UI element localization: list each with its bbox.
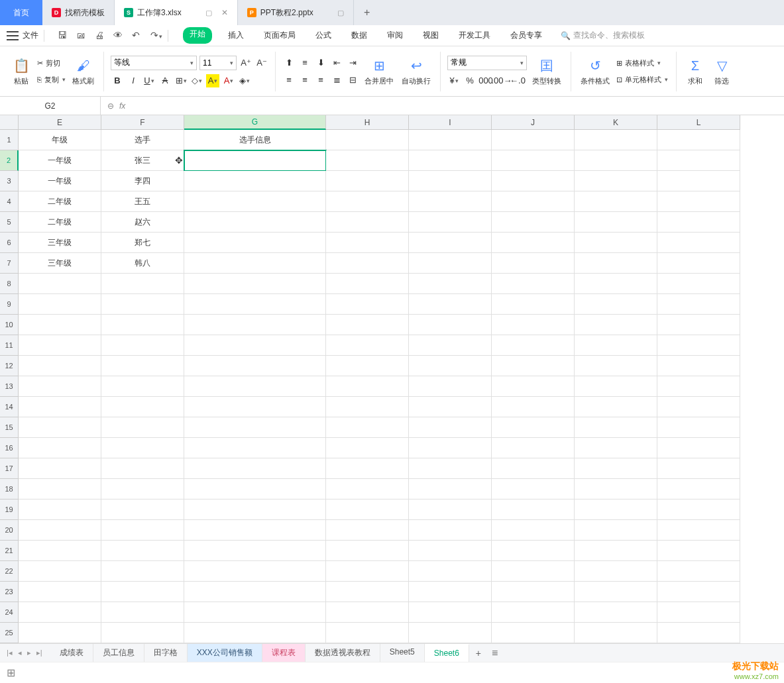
cell-L23[interactable] (657, 582, 740, 602)
cell-H16[interactable] (326, 438, 409, 458)
cell-L12[interactable] (657, 356, 740, 376)
cell-K24[interactable] (575, 602, 657, 623)
indent-right-icon[interactable]: ⇥ (346, 56, 359, 70)
cell-G9[interactable] (184, 294, 326, 315)
row-header-19[interactable]: 19 (0, 499, 19, 520)
cell-J22[interactable] (492, 561, 575, 582)
cell-J15[interactable] (492, 417, 575, 438)
cell-F9[interactable] (101, 294, 184, 315)
underline-button[interactable]: U▾ (142, 74, 156, 87)
row-header-24[interactable]: 24 (0, 602, 19, 623)
cell-I4[interactable] (409, 191, 492, 212)
cell-K1[interactable] (575, 130, 657, 150)
cell-J24[interactable] (492, 602, 575, 623)
save-icon[interactable]: 🖫 (58, 30, 70, 42)
cell-K19[interactable] (575, 499, 657, 520)
cell-J17[interactable] (492, 458, 575, 479)
cell-G4[interactable] (184, 191, 326, 212)
sheet-tab[interactable]: 田字格 (144, 644, 188, 662)
type-convert-button[interactable]: 囯 类型转换 (530, 55, 564, 87)
col-header-G[interactable]: G (184, 115, 326, 130)
cell-E10[interactable] (19, 315, 101, 335)
sheet-tab[interactable]: 员工信息 (93, 644, 144, 662)
cell-F5[interactable]: 赵六 (101, 212, 184, 233)
cell-I2[interactable] (409, 150, 492, 171)
cell-F17[interactable] (101, 458, 184, 479)
cell-K2[interactable] (575, 150, 657, 171)
cell-E7[interactable]: 三年级 (19, 253, 101, 274)
cell-J13[interactable] (492, 376, 575, 397)
cell-E24[interactable] (19, 602, 101, 623)
filter-button[interactable]: ▽ 筛选 (710, 55, 734, 87)
cell-K16[interactable] (575, 438, 657, 458)
align-center-icon[interactable]: ≡ (298, 74, 311, 87)
sheet-tab[interactable]: Sheet6 (425, 644, 469, 662)
row-header-14[interactable]: 14 (0, 397, 19, 417)
italic-button[interactable]: I (127, 74, 140, 87)
sheet-tab[interactable]: 课程表 (262, 644, 306, 662)
close-icon[interactable]: ✕ (221, 8, 228, 17)
align-left-icon[interactable]: ≡ (282, 74, 296, 87)
cell-F18[interactable] (101, 479, 184, 499)
command-search[interactable]: 🔍 查找命令、搜索模板 (561, 30, 645, 41)
cell-F4[interactable]: 王五 (101, 191, 184, 212)
cell-I10[interactable] (409, 315, 492, 335)
indent-left-icon[interactable]: ⇤ (330, 56, 343, 70)
cell-F2[interactable]: 张三 (101, 150, 184, 171)
cell-G15[interactable] (184, 417, 326, 438)
cell-F21[interactable] (101, 541, 184, 561)
prev-sheet-icon[interactable]: ◂ (17, 647, 23, 658)
cell-I20[interactable] (409, 520, 492, 541)
cell-I23[interactable] (409, 582, 492, 602)
ribbon-tab-start[interactable]: 开始 (183, 27, 212, 44)
row-header-9[interactable]: 9 (0, 294, 19, 315)
table-style-button[interactable]: ⊞表格样式▾ (615, 57, 669, 70)
cell-F22[interactable] (101, 561, 184, 582)
row-header-23[interactable]: 23 (0, 582, 19, 602)
cell-G17[interactable] (184, 458, 326, 479)
cell-F14[interactable] (101, 397, 184, 417)
cell-G20[interactable] (184, 520, 326, 541)
number-format-select[interactable]: 常规▾ (447, 56, 527, 70)
cell-H8[interactable] (326, 274, 409, 294)
cell-H19[interactable] (326, 499, 409, 520)
cell-I15[interactable] (409, 417, 492, 438)
row-header-3[interactable]: 3 (0, 171, 19, 191)
print-preview-icon[interactable]: 👁 (113, 30, 125, 42)
comma-icon[interactable]: 000 (479, 74, 492, 87)
cell-I3[interactable] (409, 171, 492, 191)
cell-L14[interactable] (657, 397, 740, 417)
cell-J9[interactable] (492, 294, 575, 315)
cell-style-button[interactable]: ⊡单元格样式▾ (615, 74, 669, 86)
cell-J21[interactable] (492, 541, 575, 561)
cell-L22[interactable] (657, 561, 740, 582)
cell-E19[interactable] (19, 499, 101, 520)
cell-F8[interactable] (101, 274, 184, 294)
file-menu[interactable]: 文件 (23, 30, 38, 41)
cell-G2[interactable] (184, 150, 326, 171)
border-button[interactable]: ⊞▾ (174, 74, 188, 87)
row-header-20[interactable]: 20 (0, 520, 19, 541)
row-header-15[interactable]: 15 (0, 417, 19, 438)
cell-H10[interactable] (326, 315, 409, 335)
cell-G1[interactable]: 选手信息 (184, 130, 326, 150)
cell-G14[interactable] (184, 397, 326, 417)
cell-K10[interactable] (575, 315, 657, 335)
col-header-I[interactable]: I (409, 115, 492, 130)
cell-H21[interactable] (326, 541, 409, 561)
decrease-font-icon[interactable]: A⁻ (255, 56, 268, 70)
formula-input[interactable] (132, 97, 784, 115)
row-header-11[interactable]: 11 (0, 335, 19, 356)
cell-E1[interactable]: 年级 (19, 130, 101, 150)
cell-L17[interactable] (657, 458, 740, 479)
cell-E14[interactable] (19, 397, 101, 417)
hamburger-icon[interactable] (7, 31, 19, 40)
cell-J3[interactable] (492, 171, 575, 191)
cell-G7[interactable] (184, 253, 326, 274)
cell-H9[interactable] (326, 294, 409, 315)
sum-button[interactable]: Σ 求和 (683, 55, 707, 87)
cell-L19[interactable] (657, 499, 740, 520)
cell-E18[interactable] (19, 479, 101, 499)
cell-F16[interactable] (101, 438, 184, 458)
row-header-13[interactable]: 13 (0, 376, 19, 397)
